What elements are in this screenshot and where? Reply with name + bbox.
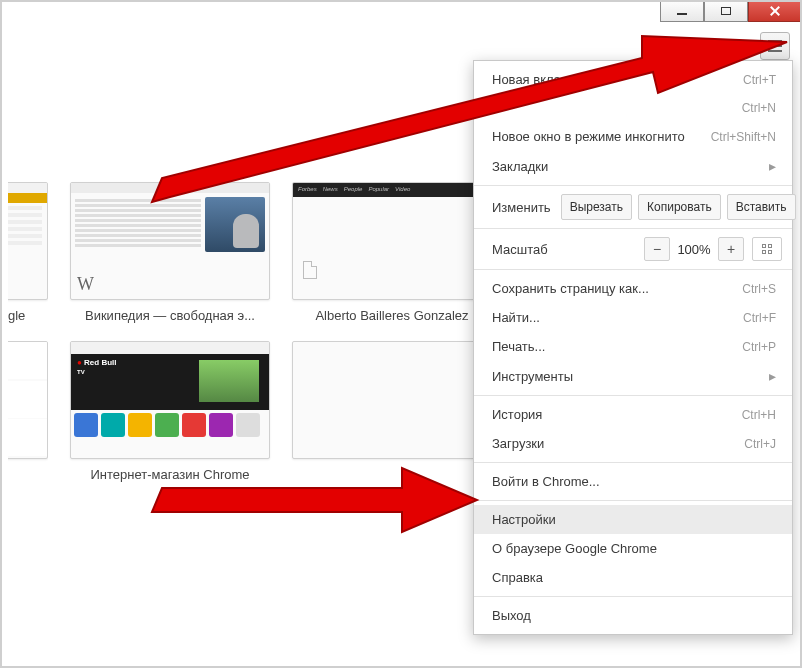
window-maximize-button[interactable] <box>704 0 748 22</box>
tile-label: Alberto Bailleres Gonzalez <box>292 308 492 323</box>
zoom-in-button[interactable]: + <box>718 237 744 261</box>
paste-button[interactable]: Вставить <box>727 194 796 220</box>
chrome-menu: Новая вкладкаCtrl+T Ctrl+N Новое окно в … <box>473 60 793 635</box>
menu-history[interactable]: ИсторияCtrl+H <box>474 400 792 429</box>
menu-settings[interactable]: Настройки <box>474 505 792 534</box>
menu-downloads[interactable]: ЗагрузкиCtrl+J <box>474 429 792 458</box>
menu-bookmarks[interactable]: Закладки▸ <box>474 151 792 181</box>
menu-edit-row: Изменить Вырезать Копировать Вставить <box>474 190 792 224</box>
menu-exit[interactable]: Выход <box>474 601 792 630</box>
tile-label: Википедия — свободная э... <box>70 308 270 323</box>
chevron-right-icon: ▸ <box>769 368 776 384</box>
ntp-tile-forbes[interactable]: ForbesNewsPeoplePopularVideo Alberto Bai… <box>292 182 492 323</box>
menu-about[interactable]: О браузере Google Chrome <box>474 534 792 563</box>
file-icon <box>303 261 317 279</box>
ntp-tile-collage[interactable] <box>8 341 48 482</box>
zoom-value: 100% <box>670 242 718 257</box>
menu-new-tab[interactable]: Новая вкладкаCtrl+T <box>474 65 792 94</box>
zoom-out-button[interactable]: − <box>644 237 670 261</box>
ntp-tile-empty[interactable] <box>292 341 492 482</box>
fullscreen-button[interactable] <box>752 237 782 261</box>
chevron-right-icon: ▸ <box>769 158 776 174</box>
wikipedia-w-icon: W <box>77 274 94 295</box>
window-minimize-button[interactable] <box>660 0 704 22</box>
tile-label: Интернет-магазин Chrome <box>70 467 270 482</box>
ntp-tile-wikipedia[interactable]: W Википедия — свободная э... <box>70 182 270 323</box>
menu-tools[interactable]: Инструменты▸ <box>474 361 792 391</box>
copy-button[interactable]: Копировать <box>638 194 721 220</box>
menu-find[interactable]: Найти...Ctrl+F <box>474 303 792 332</box>
menu-signin[interactable]: Войти в Chrome... <box>474 467 792 496</box>
menu-print[interactable]: Печать...Ctrl+P <box>474 332 792 361</box>
window-close-button[interactable] <box>748 0 802 22</box>
ntp-tile-chrome-store[interactable]: ● Red BullTV Интернет-магазин Chrome <box>70 341 270 482</box>
menu-zoom-row: Масштаб − 100% + <box>474 233 792 265</box>
menu-save-page[interactable]: Сохранить страницу как...Ctrl+S <box>474 274 792 303</box>
menu-incognito[interactable]: Новое окно в режиме инкогнитоCtrl+Shift+… <box>474 122 792 151</box>
tile-label: gle <box>8 308 48 323</box>
cut-button[interactable]: Вырезать <box>561 194 632 220</box>
menu-new-window[interactable]: Ctrl+N <box>474 94 792 122</box>
ntp-tile-google[interactable]: gle <box>8 182 48 323</box>
chrome-menu-button[interactable] <box>760 32 790 60</box>
bookmark-star-icon[interactable]: ☆ <box>728 35 750 57</box>
menu-help[interactable]: Справка <box>474 563 792 592</box>
